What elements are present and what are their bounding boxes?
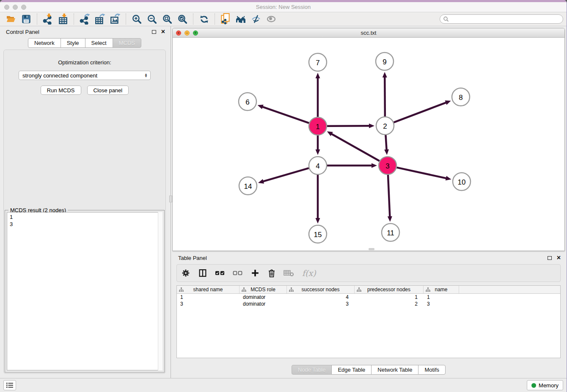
table-cell[interactable]: 3	[424, 301, 459, 307]
float-table-panel-icon[interactable]	[548, 256, 552, 260]
table-row[interactable]: 3dominator323	[177, 301, 560, 307]
table-cell[interactable]: dominator	[239, 294, 287, 300]
optimization-criterion-select[interactable]: strongly connected component ▲▼	[19, 71, 151, 80]
task-history-icon[interactable]	[3, 380, 16, 390]
memory-button[interactable]: Memory	[527, 380, 563, 390]
network-window-title: scc.txt	[173, 30, 564, 36]
graph-edge[interactable]	[331, 134, 379, 161]
zoom-selected-icon[interactable]	[175, 13, 190, 25]
import-table-icon[interactable]	[55, 13, 71, 25]
panel-splitter[interactable]	[169, 26, 172, 378]
import-network-icon[interactable]	[40, 13, 55, 25]
split-column-icon[interactable]	[198, 266, 207, 280]
add-icon[interactable]	[250, 266, 260, 280]
svg-text:14: 14	[244, 182, 252, 190]
graph-node-6[interactable]: 6	[239, 93, 256, 110]
trash-icon[interactable]	[267, 266, 276, 280]
graph-node-7[interactable]: 7	[309, 53, 327, 71]
run-mcds-button[interactable]: Run MCDS	[41, 86, 81, 95]
graph-edge[interactable]	[262, 107, 309, 123]
table-row[interactable]: 1dominator411	[177, 294, 560, 301]
graph-edge[interactable]	[327, 126, 370, 126]
close-panel-icon[interactable]: ×	[161, 29, 165, 34]
table-cell[interactable]: 4	[287, 294, 355, 300]
column-type-icon	[242, 287, 246, 292]
graph-edge[interactable]	[263, 168, 309, 182]
function-builder-icon[interactable]: f(x)	[302, 266, 316, 280]
graph-node-2[interactable]: 2	[376, 117, 394, 135]
toolbar-separator	[215, 14, 215, 25]
column-type-icon	[426, 287, 430, 292]
graph-edge[interactable]	[385, 135, 386, 150]
delete-column-icon[interactable]	[284, 266, 295, 280]
network-from-selection-icon[interactable]	[218, 13, 233, 25]
tab-network[interactable]: Network	[28, 38, 61, 48]
hide-graphics-details-icon[interactable]	[248, 13, 264, 25]
table-cell[interactable]: 1	[355, 294, 424, 300]
open-folder-icon[interactable]	[3, 13, 19, 25]
graph-edge[interactable]	[388, 175, 390, 217]
graph-node-8[interactable]: 8	[452, 88, 470, 106]
zoom-out-icon[interactable]	[144, 13, 160, 25]
tab-network-table[interactable]: Network Table	[371, 365, 418, 375]
tab-node-table[interactable]: Node Table	[292, 365, 332, 375]
toolbar-separator	[126, 14, 126, 25]
graph-node-9[interactable]: 9	[376, 52, 394, 70]
graph-edge[interactable]	[396, 168, 446, 179]
zoom-in-icon[interactable]	[129, 13, 144, 25]
table-cell[interactable]: 1	[177, 294, 239, 300]
graph-node-11[interactable]: 11	[382, 224, 399, 241]
export-table-icon[interactable]	[92, 13, 107, 25]
column-header-name[interactable]: name	[424, 286, 459, 293]
graph-node-10[interactable]: 10	[453, 173, 471, 190]
splitter-grip[interactable]	[169, 196, 172, 202]
graph-node-1[interactable]: 1	[309, 117, 327, 135]
save-icon[interactable]	[19, 13, 34, 25]
table-cell[interactable]: dominator	[239, 301, 287, 307]
mcds-result-list[interactable]: 13	[7, 212, 162, 370]
result-scrollbar[interactable]	[158, 212, 162, 370]
deselect-checkboxes-icon[interactable]	[233, 266, 243, 280]
svg-text:2: 2	[383, 122, 387, 130]
tab-mcds[interactable]: MCDS	[113, 38, 141, 48]
graph-node-4[interactable]: 4	[309, 157, 327, 174]
column-header-shared-name[interactable]: shared name	[177, 286, 239, 293]
select-all-checkboxes-icon[interactable]	[215, 266, 225, 280]
search-input[interactable]	[440, 14, 563, 24]
close-panel-button[interactable]: Close panel	[87, 86, 129, 95]
refresh-icon[interactable]	[196, 13, 212, 25]
home-icon[interactable]	[233, 13, 248, 25]
network-window-titlebar[interactable]: × − + scc.txt	[173, 28, 564, 38]
export-network-icon[interactable]	[77, 13, 92, 25]
table-cell[interactable]: 3	[287, 301, 355, 307]
gear-icon[interactable]	[181, 266, 190, 280]
svg-text:11: 11	[387, 229, 394, 237]
table-cell[interactable]: 2	[355, 301, 424, 307]
float-panel-icon[interactable]	[152, 30, 156, 34]
column-header-MCDS-role[interactable]: MCDS role	[239, 286, 287, 293]
table-panel-title: Table Panel	[178, 255, 207, 261]
graph-node-3[interactable]: 3	[379, 157, 396, 174]
eye-icon[interactable]	[264, 13, 279, 25]
graph-node-15[interactable]: 15	[309, 225, 327, 243]
network-canvas[interactable]: 7968124314101511	[173, 38, 564, 251]
zoom-fit-icon[interactable]	[160, 13, 175, 25]
table-cell[interactable]: 1	[424, 294, 459, 300]
tab-edge-table[interactable]: Edge Table	[331, 365, 372, 375]
column-header-successor-nodes[interactable]: successor nodes	[287, 286, 355, 293]
graph-edge[interactable]	[385, 77, 385, 116]
close-table-panel-icon[interactable]: ×	[557, 255, 561, 260]
tab-select[interactable]: Select	[85, 38, 113, 48]
tab-style[interactable]: Style	[61, 38, 85, 48]
window-title: Session: New Session	[0, 4, 567, 10]
svg-text:6: 6	[245, 98, 249, 106]
export-image-icon[interactable]	[107, 13, 123, 25]
graph-edge-arrowhead	[316, 73, 320, 78]
graph-edge-arrowhead	[316, 218, 320, 224]
tab-motifs[interactable]: Motifs	[418, 365, 446, 375]
column-header-predecessor-nodes[interactable]: predecessor nodes	[355, 286, 424, 293]
graph-edge[interactable]	[394, 102, 447, 122]
canvas-scrollbar-handle[interactable]	[369, 248, 374, 250]
table-cell[interactable]: 3	[177, 301, 239, 307]
graph-node-14[interactable]: 14	[239, 177, 257, 195]
